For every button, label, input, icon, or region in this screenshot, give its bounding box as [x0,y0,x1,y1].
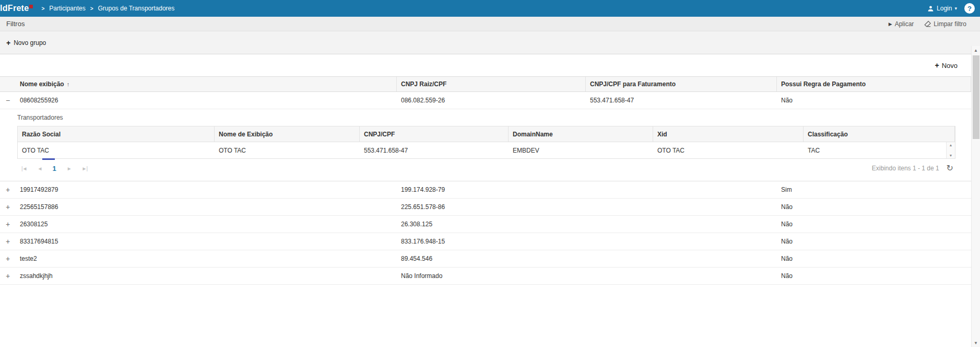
inner-table-pager: |◄ ◄ 1 ► ►| Exibindo itens 1 - 1 de 1 ↻ [17,159,955,178]
cell-nome-exibicao: 22565157886 [16,199,397,215]
inner-column-header-razao-social[interactable]: Razão Social [18,126,215,142]
inner-column-header-cnpj-cpf[interactable]: CNPJ/CPF [360,126,509,142]
scroll-down-icon[interactable]: ▼ [972,339,980,347]
expand-row-icon[interactable]: + [4,272,12,280]
breadcrumb-item-grupos[interactable]: Grupos de Transportadores [98,5,175,12]
pager-prev-button[interactable]: ◄ [38,166,42,171]
table-row[interactable]: + 19917492879 199.174.928-79 Sim [0,181,971,199]
table-header-row: Nome exibição ↑ CNPJ Raiz/CPF CNPJ/CPF p… [0,76,971,92]
scroll-down-icon[interactable]: ▼ [949,154,953,157]
expand-row-icon[interactable]: + [4,255,12,262]
expander-column-header [0,77,16,91]
pager-nav: |◄ ◄ 1 ► ►| [17,165,87,172]
app-logo[interactable]: ldFrete [0,4,33,13]
scrollbar-thumb[interactable] [973,55,979,139]
pager-status-text: Exibindo itens 1 - 1 de 1 [872,165,939,172]
expander-cell: + [0,268,16,284]
app-logo-text: ldFrete [0,4,29,13]
column-header-nome-exibicao[interactable]: Nome exibição ↑ [16,77,397,91]
detail-title: Transportadores [0,109,971,126]
inner-table-scrollbar[interactable]: ▲ ▼ [946,142,955,158]
help-icon: ? [967,5,972,13]
plus-icon: + [935,62,939,69]
breadcrumb-item-participantes[interactable]: Participantes [49,5,85,12]
expander-cell: + [0,250,16,267]
expander-cell: + [0,199,16,215]
inner-table-row[interactable]: OTO TAC OTO TAC 553.471.658-47 EMBDEV OT… [18,142,946,158]
new-group-button[interactable]: + Novo grupo [6,39,46,47]
table-row[interactable]: + 26308125 26.308.125 Não [0,216,971,233]
cell-cnpj-faturamento: 553.471.658-47 [586,92,777,109]
app-window: ldFrete > Participantes > Grupos de Tran… [0,0,980,347]
user-icon [927,5,934,12]
top-navbar: ldFrete > Participantes > Grupos de Tran… [0,0,980,17]
expander-cell: + [0,181,16,198]
column-header-possui-regra[interactable]: Possui Regra de Pagamento [777,77,971,91]
table-row[interactable]: + 83317694815 833.176.948-15 Não [0,233,971,250]
chevron-down-icon: ▾ [954,6,957,11]
cell-possui-regra: Não [777,233,971,250]
column-header-label: CNPJ Raiz/CPF [401,80,446,88]
scroll-up-icon[interactable]: ▲ [949,143,953,147]
grid-toolbar: + Novo [0,54,971,76]
inner-column-header-domainname[interactable]: DomainName [509,126,653,142]
pager-first-button[interactable]: |◄ [21,166,27,171]
table-row[interactable]: + zssahdkjhjh Não Informado Não [0,268,971,285]
cell-cnpj-faturamento [586,199,777,215]
cell-cnpj-raiz: 086.082.559-26 [397,92,586,109]
collapse-row-icon[interactable]: − [4,97,12,104]
cell-nome-exibicao: 08608255926 [16,92,397,109]
new-item-button[interactable]: + Novo [935,62,958,70]
pager-page-1[interactable]: 1 [52,165,56,172]
expand-row-icon[interactable]: + [4,186,12,193]
column-header-cnpj-faturamento[interactable]: CNPJ/CPF para Faturamento [586,77,777,91]
expand-row-icon[interactable]: + [4,203,12,211]
main-scrollbar[interactable]: ▲ ▼ [971,46,980,347]
apply-filter-button[interactable]: ▶ Aplicar [889,20,914,28]
table-row[interactable]: + teste2 89.454.546 Não [0,250,971,268]
eraser-icon [924,20,931,27]
transportadores-table: Razão Social Nome de Exibição CNPJ/CPF D… [17,126,955,159]
cell-nome-exibicao: 19917492879 [16,181,397,198]
refresh-icon[interactable]: ↻ [947,164,953,172]
breadcrumb: > Participantes > Grupos de Transportado… [41,5,174,12]
filters-actions: ▶ Aplicar Limpar filtro [889,20,974,28]
cell-cnpj-raiz: 26.308.125 [397,216,586,233]
pager-next-button[interactable]: ► [67,166,72,171]
filters-title: Filtros [6,20,25,28]
help-button[interactable]: ? [964,3,975,14]
clear-filter-button[interactable]: Limpar filtro [924,20,966,28]
sort-asc-icon: ↑ [67,81,70,87]
login-menu[interactable]: Login ▾ [927,5,957,12]
column-header-cnpj-raiz[interactable]: CNPJ Raiz/CPF [397,77,586,91]
filters-body: + Novo grupo [0,31,980,54]
expander-cell: + [0,233,16,250]
column-header-label: CNPJ/CPF para Faturamento [590,80,676,88]
inner-column-header-classificacao[interactable]: Classificação [804,126,955,142]
column-header-label: Possui Regra de Pagamento [781,80,866,88]
cell-possui-regra: Não [777,92,971,109]
table-row-expanded[interactable]: − 08608255926 086.082.559-26 553.471.658… [0,92,971,109]
table-row[interactable]: + 22565157886 225.651.578-86 Não [0,199,971,216]
cell-cnpj-raiz: Não Informado [397,268,586,284]
cell-nome-exibicao: OTO TAC [215,142,360,158]
breadcrumb-separator-icon: > [41,6,44,11]
expand-row-icon[interactable]: + [4,221,12,228]
cell-nome-exibicao: zssahdkjhjh [16,268,397,284]
cell-cnpj-faturamento [586,250,777,267]
cell-cnpj-faturamento [586,181,777,198]
cell-xid: OTO TAC [653,142,804,158]
apply-filter-label: Aplicar [895,20,914,28]
pager-current-indicator [42,158,55,160]
expand-row-icon[interactable]: + [4,238,12,245]
scroll-up-icon[interactable]: ▲ [972,46,980,54]
inner-column-header-xid[interactable]: Xid [653,126,804,142]
pager-last-button[interactable]: ►| [82,166,88,171]
apply-icon: ▶ [889,21,892,27]
expander-cell: − [0,92,16,109]
new-group-label: Novo grupo [14,39,46,47]
row-detail-panel: Transportadores Razão Social Nome de Exi… [0,109,971,181]
cell-possui-regra: Não [777,199,971,215]
inner-column-header-nome-exibicao[interactable]: Nome de Exibição [215,126,360,142]
column-header-label: Nome exibição [20,80,64,88]
